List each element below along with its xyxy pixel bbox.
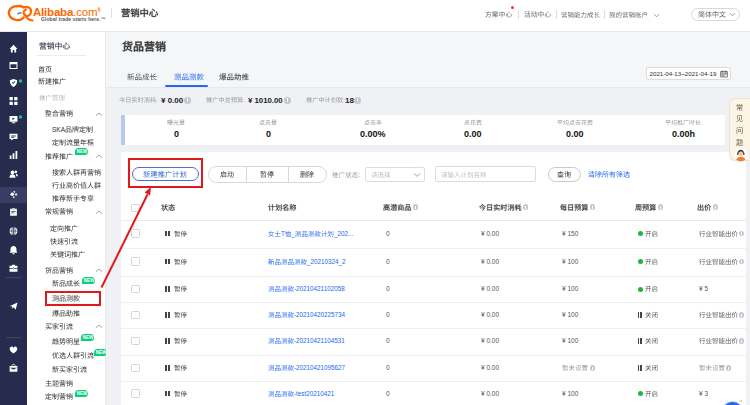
svg-text:¥ 100: ¥ 100 [562,390,579,397]
svg-text:¥ 0.00: ¥ 0.00 [481,364,499,371]
svg-text:-test20210421: -test20210421 [294,390,335,397]
svg-text:¥ 3: ¥ 3 [699,390,708,397]
svg-text:0: 0 [386,285,390,292]
svg-text:¥ 0.00: ¥ 0.00 [481,337,499,344]
svg-text:-20210421104531: -20210421104531 [294,337,345,344]
svg-text:0: 0 [386,258,390,265]
svg-text:¥ 100: ¥ 100 [562,285,579,292]
svg-text:_20210324_2: _20210324_2 [306,258,346,266]
svg-text:¥ 100: ¥ 100 [562,311,579,318]
svg-text:¥ 1010.00: ¥ 1010.00 [248,96,283,105]
svg-text:SKA: SKA [52,126,66,133]
svg-text:0: 0 [386,311,390,318]
svg-text:0.00h: 0.00h [672,129,695,139]
svg-text:0: 0 [386,337,390,344]
svg-text:0: 0 [266,129,271,139]
svg-text:_202...: _202... [332,230,353,238]
svg-text:0: 0 [386,230,390,237]
svg-text:T: T [281,230,285,237]
svg-text:18: 18 [345,96,354,105]
svg-text:¥ 0.00: ¥ 0.00 [481,230,499,237]
svg-text:¥ 0.00: ¥ 0.00 [481,258,499,265]
svg-text:¥ 100: ¥ 100 [562,337,579,344]
svg-text:¥ 150: ¥ 150 [562,230,579,237]
svg-text:_: _ [290,230,295,238]
svg-text:-20210421102058: -20210421102058 [294,285,345,292]
svg-text::: : [156,96,158,103]
svg-text:¥ 0.00: ¥ 0.00 [481,311,499,318]
svg-text::: : [358,171,360,178]
svg-text::: : [243,96,245,103]
svg-text:¥ 0.00: ¥ 0.00 [481,285,499,292]
svg-text:0.00%: 0.00% [360,129,386,139]
svg-text:0.00: 0.00 [566,129,584,139]
svg-text:0: 0 [386,390,390,397]
svg-text:0: 0 [174,129,179,139]
svg-text:¥ 0.00: ¥ 0.00 [161,96,184,105]
svg-text:¥ 100: ¥ 100 [562,258,579,265]
svg-text:-20210420225734: -20210420225734 [294,311,346,318]
svg-text:0: 0 [386,364,390,371]
svg-text:0.00: 0.00 [464,129,482,139]
svg-text:¥ 5: ¥ 5 [699,285,708,292]
svg-text:-20210421095627: -20210421095627 [294,364,346,371]
svg-text:¥ 0.00: ¥ 0.00 [481,390,499,397]
